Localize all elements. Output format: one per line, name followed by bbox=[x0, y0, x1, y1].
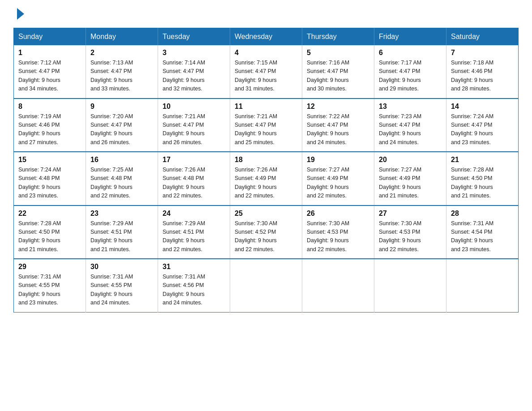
calendar-day-cell bbox=[446, 259, 519, 312]
day-info: Sunrise: 7:29 AM Sunset: 4:51 PM Dayligh… bbox=[90, 219, 153, 254]
calendar-day-cell: 9 Sunrise: 7:20 AM Sunset: 4:47 PM Dayli… bbox=[86, 98, 158, 152]
day-info: Sunrise: 7:18 AM Sunset: 4:46 PM Dayligh… bbox=[451, 59, 514, 94]
day-number: 29 bbox=[18, 263, 81, 271]
day-info: Sunrise: 7:17 AM Sunset: 4:47 PM Dayligh… bbox=[379, 59, 442, 94]
calendar-day-cell: 19 Sunrise: 7:27 AM Sunset: 4:49 PM Dayl… bbox=[302, 152, 374, 206]
day-number: 9 bbox=[90, 103, 153, 111]
calendar-day-cell: 5 Sunrise: 7:16 AM Sunset: 4:47 PM Dayli… bbox=[302, 45, 374, 98]
day-info: Sunrise: 7:15 AM Sunset: 4:47 PM Dayligh… bbox=[235, 59, 297, 94]
day-info: Sunrise: 7:31 AM Sunset: 4:54 PM Dayligh… bbox=[451, 219, 514, 254]
calendar-day-cell: 10 Sunrise: 7:21 AM Sunset: 4:47 PM Dayl… bbox=[158, 98, 230, 152]
day-number: 31 bbox=[163, 263, 225, 271]
calendar-week-row: 15 Sunrise: 7:24 AM Sunset: 4:48 PM Dayl… bbox=[14, 152, 519, 206]
calendar-day-cell: 27 Sunrise: 7:30 AM Sunset: 4:53 PM Dayl… bbox=[374, 206, 446, 259]
day-info: Sunrise: 7:19 AM Sunset: 4:46 PM Dayligh… bbox=[18, 112, 81, 147]
day-number: 11 bbox=[235, 103, 297, 111]
calendar-day-cell: 2 Sunrise: 7:13 AM Sunset: 4:47 PM Dayli… bbox=[86, 45, 158, 98]
day-number: 22 bbox=[18, 210, 81, 218]
calendar-body: 1 Sunrise: 7:12 AM Sunset: 4:47 PM Dayli… bbox=[14, 45, 519, 312]
day-number: 17 bbox=[163, 156, 225, 164]
day-number: 5 bbox=[307, 49, 369, 57]
day-number: 3 bbox=[163, 49, 225, 57]
page-header bbox=[13, 9, 519, 20]
day-number: 27 bbox=[379, 210, 442, 218]
logo-arrow-icon bbox=[17, 8, 24, 20]
day-number: 23 bbox=[90, 210, 153, 218]
day-info: Sunrise: 7:14 AM Sunset: 4:47 PM Dayligh… bbox=[163, 59, 225, 94]
calendar-day-cell: 7 Sunrise: 7:18 AM Sunset: 4:46 PM Dayli… bbox=[446, 45, 519, 98]
day-info: Sunrise: 7:28 AM Sunset: 4:50 PM Dayligh… bbox=[18, 219, 81, 254]
calendar-day-cell: 26 Sunrise: 7:30 AM Sunset: 4:53 PM Dayl… bbox=[302, 206, 374, 259]
day-number: 12 bbox=[307, 103, 369, 111]
day-number: 1 bbox=[18, 49, 81, 57]
day-number: 15 bbox=[18, 156, 81, 164]
day-info: Sunrise: 7:20 AM Sunset: 4:47 PM Dayligh… bbox=[90, 112, 153, 147]
day-number: 14 bbox=[451, 103, 514, 111]
calendar-day-cell: 15 Sunrise: 7:24 AM Sunset: 4:48 PM Dayl… bbox=[14, 152, 86, 206]
day-info: Sunrise: 7:24 AM Sunset: 4:47 PM Dayligh… bbox=[451, 112, 514, 147]
weekday-header-monday: Monday bbox=[86, 28, 158, 46]
days-of-week-row: SundayMondayTuesdayWednesdayThursdayFrid… bbox=[14, 28, 519, 46]
day-info: Sunrise: 7:13 AM Sunset: 4:47 PM Dayligh… bbox=[90, 59, 153, 94]
day-info: Sunrise: 7:30 AM Sunset: 4:52 PM Dayligh… bbox=[235, 219, 297, 254]
day-number: 10 bbox=[163, 103, 225, 111]
calendar-day-cell: 20 Sunrise: 7:27 AM Sunset: 4:49 PM Dayl… bbox=[374, 152, 446, 206]
day-info: Sunrise: 7:26 AM Sunset: 4:49 PM Dayligh… bbox=[235, 166, 297, 201]
calendar-day-cell: 8 Sunrise: 7:19 AM Sunset: 4:46 PM Dayli… bbox=[14, 98, 86, 152]
day-info: Sunrise: 7:30 AM Sunset: 4:53 PM Dayligh… bbox=[379, 219, 442, 254]
day-info: Sunrise: 7:30 AM Sunset: 4:53 PM Dayligh… bbox=[307, 219, 369, 254]
calendar-week-row: 22 Sunrise: 7:28 AM Sunset: 4:50 PM Dayl… bbox=[14, 206, 519, 259]
day-number: 25 bbox=[235, 210, 297, 218]
day-info: Sunrise: 7:29 AM Sunset: 4:51 PM Dayligh… bbox=[163, 219, 225, 254]
calendar-day-cell: 22 Sunrise: 7:28 AM Sunset: 4:50 PM Dayl… bbox=[14, 206, 86, 259]
calendar-day-cell: 16 Sunrise: 7:25 AM Sunset: 4:48 PM Dayl… bbox=[86, 152, 158, 206]
calendar-week-row: 8 Sunrise: 7:19 AM Sunset: 4:46 PM Dayli… bbox=[14, 98, 519, 152]
day-info: Sunrise: 7:31 AM Sunset: 4:56 PM Dayligh… bbox=[163, 273, 225, 308]
calendar-header: SundayMondayTuesdayWednesdayThursdayFrid… bbox=[14, 28, 519, 46]
day-number: 13 bbox=[379, 103, 442, 111]
calendar-day-cell bbox=[230, 259, 302, 312]
day-info: Sunrise: 7:28 AM Sunset: 4:50 PM Dayligh… bbox=[451, 166, 514, 201]
calendar-day-cell: 12 Sunrise: 7:22 AM Sunset: 4:47 PM Dayl… bbox=[302, 98, 374, 152]
calendar-day-cell: 28 Sunrise: 7:31 AM Sunset: 4:54 PM Dayl… bbox=[446, 206, 519, 259]
calendar-day-cell bbox=[374, 259, 446, 312]
day-number: 8 bbox=[18, 103, 81, 111]
calendar-day-cell: 13 Sunrise: 7:23 AM Sunset: 4:47 PM Dayl… bbox=[374, 98, 446, 152]
calendar-day-cell: 1 Sunrise: 7:12 AM Sunset: 4:47 PM Dayli… bbox=[14, 45, 86, 98]
calendar-day-cell: 3 Sunrise: 7:14 AM Sunset: 4:47 PM Dayli… bbox=[158, 45, 230, 98]
calendar-day-cell: 4 Sunrise: 7:15 AM Sunset: 4:47 PM Dayli… bbox=[230, 45, 302, 98]
day-number: 26 bbox=[307, 210, 369, 218]
weekday-header-tuesday: Tuesday bbox=[158, 28, 230, 46]
logo-general-text bbox=[15, 9, 24, 20]
day-info: Sunrise: 7:21 AM Sunset: 4:47 PM Dayligh… bbox=[163, 112, 225, 147]
day-number: 6 bbox=[379, 49, 442, 57]
day-number: 30 bbox=[90, 263, 153, 271]
day-info: Sunrise: 7:25 AM Sunset: 4:48 PM Dayligh… bbox=[90, 166, 153, 201]
day-number: 18 bbox=[235, 156, 297, 164]
day-info: Sunrise: 7:31 AM Sunset: 4:55 PM Dayligh… bbox=[90, 273, 153, 308]
calendar-day-cell: 6 Sunrise: 7:17 AM Sunset: 4:47 PM Dayli… bbox=[374, 45, 446, 98]
calendar-day-cell: 30 Sunrise: 7:31 AM Sunset: 4:55 PM Dayl… bbox=[86, 259, 158, 312]
calendar-day-cell: 11 Sunrise: 7:21 AM Sunset: 4:47 PM Dayl… bbox=[230, 98, 302, 152]
day-info: Sunrise: 7:23 AM Sunset: 4:47 PM Dayligh… bbox=[379, 112, 442, 147]
day-info: Sunrise: 7:12 AM Sunset: 4:47 PM Dayligh… bbox=[18, 59, 81, 94]
day-number: 19 bbox=[307, 156, 369, 164]
day-info: Sunrise: 7:22 AM Sunset: 4:47 PM Dayligh… bbox=[307, 112, 369, 147]
calendar-day-cell: 17 Sunrise: 7:26 AM Sunset: 4:48 PM Dayl… bbox=[158, 152, 230, 206]
calendar-day-cell: 23 Sunrise: 7:29 AM Sunset: 4:51 PM Dayl… bbox=[86, 206, 158, 259]
calendar-day-cell: 24 Sunrise: 7:29 AM Sunset: 4:51 PM Dayl… bbox=[158, 206, 230, 259]
weekday-header-saturday: Saturday bbox=[446, 28, 519, 46]
weekday-header-sunday: Sunday bbox=[14, 28, 86, 46]
calendar-day-cell: 14 Sunrise: 7:24 AM Sunset: 4:47 PM Dayl… bbox=[446, 98, 519, 152]
calendar-day-cell: 18 Sunrise: 7:26 AM Sunset: 4:49 PM Dayl… bbox=[230, 152, 302, 206]
day-info: Sunrise: 7:27 AM Sunset: 4:49 PM Dayligh… bbox=[379, 166, 442, 201]
day-number: 21 bbox=[451, 156, 514, 164]
day-info: Sunrise: 7:24 AM Sunset: 4:48 PM Dayligh… bbox=[18, 166, 81, 201]
weekday-header-friday: Friday bbox=[374, 28, 446, 46]
day-number: 7 bbox=[451, 49, 514, 57]
weekday-header-thursday: Thursday bbox=[302, 28, 374, 46]
day-info: Sunrise: 7:16 AM Sunset: 4:47 PM Dayligh… bbox=[307, 59, 369, 94]
logo bbox=[13, 9, 24, 20]
day-info: Sunrise: 7:26 AM Sunset: 4:48 PM Dayligh… bbox=[163, 166, 225, 201]
calendar-day-cell: 25 Sunrise: 7:30 AM Sunset: 4:52 PM Dayl… bbox=[230, 206, 302, 259]
